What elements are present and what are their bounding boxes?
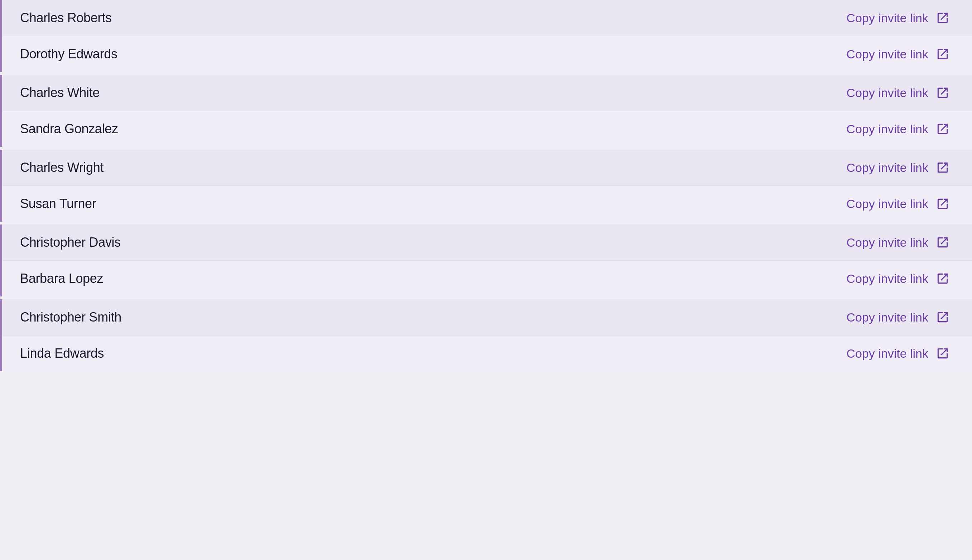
list-item: Sandra GonzalezCopy invite link <box>2 111 972 147</box>
copy-invite-action[interactable]: Copy invite link <box>846 271 950 287</box>
copy-invite-action[interactable]: Copy invite link <box>846 10 950 26</box>
copy-invite-action[interactable]: Copy invite link <box>846 235 950 250</box>
copy-link-icon <box>935 160 950 175</box>
group-4: Christopher DavisCopy invite link Barbar… <box>0 225 972 297</box>
copy-invite-link-text: Copy invite link <box>846 197 928 211</box>
copy-invite-link-text: Copy invite link <box>846 122 928 136</box>
copy-invite-action[interactable]: Copy invite link <box>846 345 950 361</box>
list-item: Dorothy EdwardsCopy invite link <box>2 36 972 72</box>
list-item: Linda EdwardsCopy invite link <box>2 335 972 371</box>
list-item: Susan TurnerCopy invite link <box>2 186 972 222</box>
list-item: Charles WhiteCopy invite link <box>2 75 972 111</box>
copy-link-icon <box>935 345 950 361</box>
copy-invite-link-text: Copy invite link <box>846 161 928 175</box>
copy-invite-action[interactable]: Copy invite link <box>846 46 950 62</box>
list-item: Barbara LopezCopy invite link <box>2 261 972 297</box>
copy-link-icon <box>935 309 950 325</box>
copy-invite-link-text: Copy invite link <box>846 47 928 61</box>
copy-invite-action[interactable]: Copy invite link <box>846 160 950 175</box>
user-name: Christopher Smith <box>20 310 122 325</box>
user-name: Christopher Davis <box>20 235 121 250</box>
list-item: Charles WrightCopy invite link <box>2 150 972 186</box>
group-3: Charles WrightCopy invite link Susan Tur… <box>0 150 972 222</box>
copy-invite-action[interactable]: Copy invite link <box>846 309 950 325</box>
copy-link-icon <box>935 46 950 62</box>
group-5: Christopher SmithCopy invite link Linda … <box>0 299 972 371</box>
user-name: Barbara Lopez <box>20 271 103 286</box>
copy-link-icon <box>935 271 950 287</box>
copy-link-icon <box>935 121 950 137</box>
group-1: Charles RobertsCopy invite link Dorothy … <box>0 0 972 72</box>
copy-invite-link-text: Copy invite link <box>846 86 928 100</box>
list-item: Charles RobertsCopy invite link <box>2 0 972 36</box>
copy-invite-action[interactable]: Copy invite link <box>846 196 950 212</box>
copy-invite-link-text: Copy invite link <box>846 11 928 25</box>
user-name: Sandra Gonzalez <box>20 122 118 137</box>
group-2: Charles WhiteCopy invite link Sandra Gon… <box>0 75 972 147</box>
copy-invite-link-text: Copy invite link <box>846 347 928 360</box>
list-item: Christopher SmithCopy invite link <box>2 299 972 335</box>
copy-link-icon <box>935 235 950 250</box>
user-name: Charles Wright <box>20 160 103 175</box>
copy-invite-link-text: Copy invite link <box>846 310 928 324</box>
user-list: Charles RobertsCopy invite link Dorothy … <box>0 0 972 371</box>
user-name: Charles White <box>20 85 100 100</box>
user-name: Linda Edwards <box>20 346 104 361</box>
copy-invite-link-text: Copy invite link <box>846 236 928 250</box>
user-name: Susan Turner <box>20 196 96 211</box>
copy-invite-link-text: Copy invite link <box>846 272 928 286</box>
copy-link-icon <box>935 85 950 101</box>
list-item: Christopher DavisCopy invite link <box>2 225 972 261</box>
copy-invite-action[interactable]: Copy invite link <box>846 85 950 101</box>
user-name: Dorothy Edwards <box>20 47 117 62</box>
copy-link-icon <box>935 10 950 26</box>
copy-link-icon <box>935 196 950 212</box>
copy-invite-action[interactable]: Copy invite link <box>846 121 950 137</box>
user-name: Charles Roberts <box>20 10 112 25</box>
